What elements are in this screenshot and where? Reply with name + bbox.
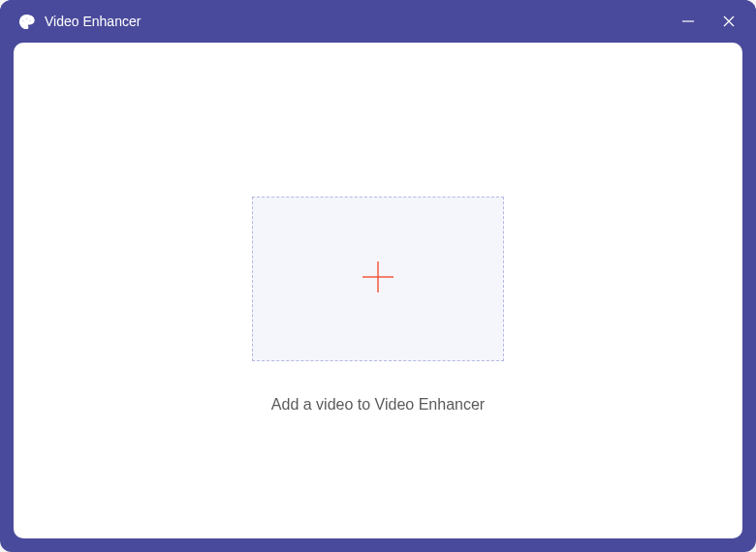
palette-icon [17, 13, 35, 30]
add-video-dropzone[interactable] [252, 197, 504, 361]
instruction-text: Add a video to Video Enhancer [271, 396, 485, 414]
close-button[interactable] [719, 12, 739, 31]
app-window: Video Enhancer [0, 0, 756, 552]
titlebar-controls [678, 12, 739, 31]
titlebar-left: Video Enhancer [17, 13, 141, 30]
app-title: Video Enhancer [45, 14, 141, 29]
plus-icon [357, 256, 399, 302]
titlebar: Video Enhancer [0, 0, 756, 43]
svg-point-1 [25, 17, 27, 19]
content-area: Add a video to Video Enhancer [14, 43, 742, 538]
svg-point-2 [29, 19, 31, 21]
minimize-button[interactable] [678, 12, 698, 31]
svg-point-0 [22, 19, 24, 21]
